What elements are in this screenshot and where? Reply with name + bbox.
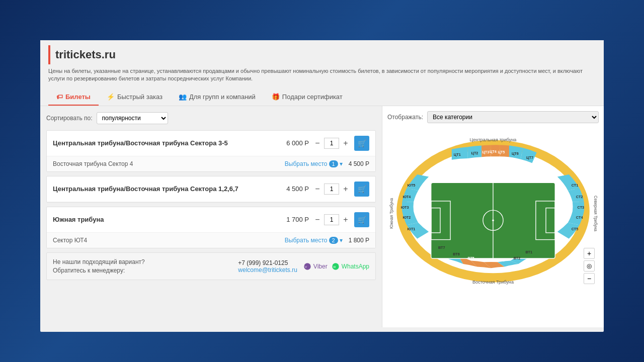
- groups-icon: 👥: [179, 93, 187, 101]
- contact-phone: +7 (999) 921-0125: [238, 259, 297, 266]
- label-VT4: ВТ4: [483, 258, 490, 262]
- contact-bar: Не нашли подходящий вариант? Обратитесь …: [46, 252, 376, 281]
- qty-plus-2[interactable]: +: [340, 184, 351, 195]
- tab-tickets[interactable]: 🏷 Билеты: [48, 89, 99, 106]
- gift-icon: 🎁: [272, 93, 280, 101]
- viber-label: Viber: [313, 263, 328, 270]
- ticket-price-area-2: 4 500 Р − + 🛒: [286, 182, 369, 197]
- label-YT1: ЮТ1: [408, 227, 416, 231]
- chevron-down-icon-3: ▾: [340, 237, 343, 244]
- label-CT1: ЦТ1: [454, 152, 461, 157]
- qty-input-3[interactable]: [324, 214, 339, 225]
- qty-minus-3[interactable]: −: [312, 214, 323, 225]
- label-ST3: СТ3: [578, 205, 585, 209]
- label-ST4: СТ4: [576, 215, 584, 219]
- label-YT2: ЮТ2: [403, 215, 411, 219]
- zoom-controls: + ◎ −: [584, 248, 595, 284]
- zoom-in-button[interactable]: +: [584, 248, 595, 259]
- filter-label: Отображать:: [387, 114, 423, 121]
- label-CT6: ЦТ6: [512, 151, 519, 155]
- logo-area: tritickets.ru: [48, 45, 596, 64]
- label-YT4: ЮТ4: [403, 195, 411, 199]
- svg-text:V: V: [305, 265, 307, 268]
- header: tritickets.ru Цены на билеты, указанные …: [40, 40, 604, 106]
- whatsapp-button[interactable]: W WhatsApp: [332, 262, 369, 270]
- label-VT7: ВТ7: [438, 245, 445, 250]
- ticket-price-area-1: 6 000 Р − + 🛒: [286, 136, 369, 151]
- sort-label: Сортировать по:: [46, 115, 93, 122]
- label-ST2: СТ2: [576, 195, 583, 199]
- quick-icon: ⚡: [107, 93, 115, 101]
- ticket-sub-row-1: Восточная трибуна Сектор 4 Выбрать место…: [47, 156, 375, 171]
- select-place-label-3: Выбрать место: [285, 237, 328, 244]
- filter-select[interactable]: Все категории: [427, 111, 599, 123]
- label-YT5: ЮТ5: [408, 183, 416, 187]
- sub-price-1: 4 500 Р: [349, 160, 369, 167]
- whatsapp-icon: W: [332, 262, 340, 270]
- add-to-cart-3[interactable]: 🛒: [354, 212, 369, 227]
- label-CT2: ЦТ2: [471, 151, 478, 155]
- select-place-btn-3[interactable]: Выбрать место 2 ▾: [285, 237, 343, 244]
- whatsapp-label: WhatsApp: [342, 263, 369, 270]
- sub-name-1: Восточная трибуна Сектор 4: [53, 160, 285, 167]
- qty-minus-1[interactable]: −: [312, 138, 323, 149]
- zoom-out-button[interactable]: −: [584, 273, 595, 284]
- tabs: 🏷 Билеты ⚡ Быстрый заказ 👥 Для групп и к…: [48, 89, 596, 106]
- center-dot: [492, 219, 494, 221]
- add-to-cart-2[interactable]: 🛒: [354, 182, 369, 197]
- sub-price-3: 1 800 Р: [349, 237, 369, 244]
- sub-name-3: Сектор ЮТ4: [53, 237, 285, 244]
- disclaimer: Цены на билеты, указанные на странице, у…: [48, 64, 596, 87]
- ticket-name-2: Центральная трибуна/Восточная трибуна Се…: [53, 185, 286, 194]
- qty-minus-2[interactable]: −: [312, 184, 323, 195]
- sort-select[interactable]: популярности цене (возрастание) цене (уб…: [97, 112, 168, 124]
- label-YT3: ЮТ3: [401, 205, 409, 209]
- label-bottom-tribune: Восточная Трибуна: [472, 280, 514, 285]
- label-CT7: ЦТ7: [526, 155, 533, 160]
- contact-text-line1: Не нашли подходящий вариант?: [53, 258, 232, 266]
- select-place-btn-1[interactable]: Выбрать место 1 ▾: [285, 160, 343, 167]
- place-badge-3: 2: [329, 237, 338, 244]
- qty-input-1[interactable]: [324, 138, 339, 149]
- label-CT5: ЦТ5: [498, 150, 505, 154]
- left-panel: Сортировать по: популярности цене (возра…: [40, 106, 382, 327]
- stadium-svg: ЦТ1 ЦТ2 ЦТ3 ЦТ4 ЦТ5 ЦТ6 ЦТ7 СТ1 СТ2 СТ3 …: [387, 128, 599, 294]
- label-VT2: ВТ2: [514, 256, 521, 260]
- qty-plus-3[interactable]: +: [340, 214, 351, 225]
- ticket-group-1: Центральная трибуна/Восточная трибуна Се…: [46, 130, 376, 172]
- select-place-label-1: Выбрать место: [285, 160, 328, 167]
- stadium-filter: Отображать: Все категории: [387, 111, 599, 123]
- ticket-name-1: Центральная трибуна/Восточная трибуна Се…: [53, 139, 286, 148]
- label-VT6: ВТ6: [453, 251, 460, 256]
- tab-quick[interactable]: ⚡ Быстрый заказ: [99, 89, 171, 106]
- label-VT1: ВТ1: [525, 250, 532, 254]
- ticket-price-1: 6 000 Р: [286, 139, 309, 147]
- ticket-price-3: 1 700 Р: [286, 216, 309, 223]
- contact-text-line2: Обратитесь к менеджеру:: [53, 266, 232, 275]
- tab-tickets-label: Билеты: [65, 93, 91, 101]
- add-to-cart-1[interactable]: 🛒: [354, 136, 369, 151]
- viber-button[interactable]: V Viber: [303, 262, 328, 270]
- locate-button[interactable]: ◎: [584, 260, 595, 272]
- main-container: tritickets.ru Цены на билеты, указанные …: [40, 40, 604, 332]
- stadium-wrapper: ЦТ1 ЦТ2 ЦТ3 ЦТ4 ЦТ5 ЦТ6 ЦТ7 СТ1 СТ2 СТ3 …: [387, 128, 599, 294]
- ticket-name-3: Южная трибуна: [53, 215, 286, 224]
- qty-input-2[interactable]: [324, 184, 339, 195]
- tab-quick-label: Быстрый заказ: [117, 93, 163, 101]
- logo: tritickets.ru: [55, 48, 116, 61]
- viber-icon: V: [303, 262, 311, 270]
- content-area: Сортировать по: популярности цене (возра…: [40, 106, 604, 327]
- tab-gift[interactable]: 🎁 Подари сертификат: [264, 89, 351, 106]
- label-ST1: СТ1: [572, 183, 579, 187]
- tab-groups[interactable]: 👥 Для групп и компаний: [171, 89, 264, 106]
- contact-text: Не нашли подходящий вариант? Обратитесь …: [53, 258, 232, 275]
- contact-email[interactable]: welcome@tritickets.ru: [238, 266, 297, 274]
- ticket-row-2: Центральная трибуна/Восточная трибуна Се…: [47, 176, 375, 202]
- label-ST5: СТ5: [572, 227, 579, 231]
- label-VT3: ВТ3: [498, 258, 505, 262]
- label-right-tribune: Северная Трибуна: [593, 196, 598, 232]
- place-badge-1: 1: [329, 160, 338, 167]
- qty-plus-1[interactable]: +: [340, 138, 351, 149]
- ticket-row-1: Центральная трибуна/Восточная трибуна Се…: [47, 131, 375, 156]
- tab-groups-label: Для групп и компаний: [189, 93, 256, 101]
